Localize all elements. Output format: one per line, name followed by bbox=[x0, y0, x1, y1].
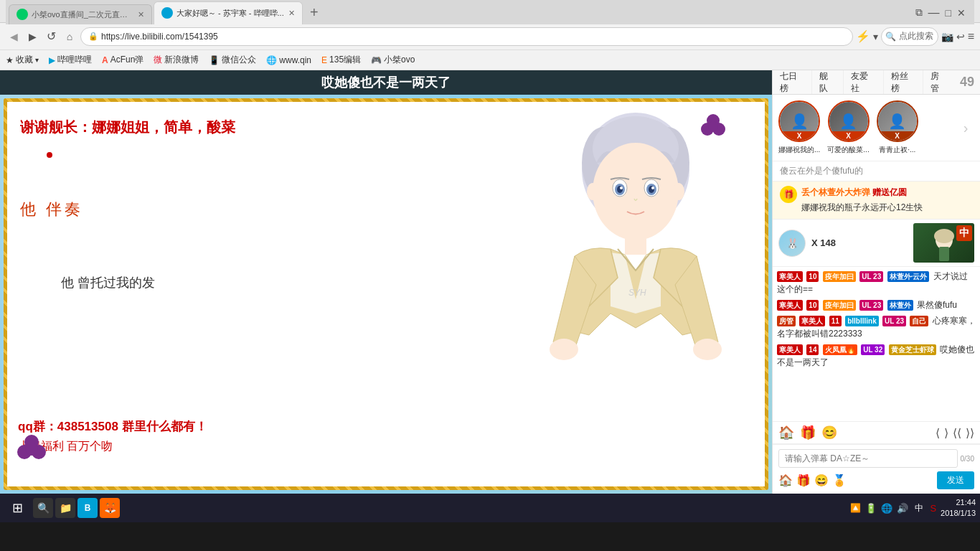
chat-input[interactable] bbox=[778, 449, 958, 468]
badge-hanmeiren-3: 寒美人 bbox=[799, 316, 825, 326]
tab-close-1[interactable]: ✕ bbox=[138, 10, 144, 19]
svg-point-22 bbox=[673, 183, 684, 200]
chat-bottom-bar: 🏠 🎁 😄 🏅 发送 bbox=[778, 471, 974, 489]
system-tray: 🔼 🔋 🌐 🔊 中 S 21:44 2018/1/13 bbox=[850, 497, 976, 519]
badge-nianjia-2: 疫年加曰 bbox=[823, 300, 856, 311]
tab-fleet[interactable]: 舰队 bbox=[812, 70, 844, 94]
badge-hanmeiren-4: 寒美人 bbox=[777, 344, 803, 355]
bookmark-wechat[interactable]: 📱微信公众 bbox=[209, 54, 256, 66]
emoji-btn-4[interactable]: 🏅 bbox=[832, 474, 847, 487]
action-skip[interactable]: ⟨⟨ bbox=[953, 426, 961, 440]
chat-message-2: 寒美人 10 疫年加曰 UL 23 林萱外 果然傻fufu bbox=[777, 298, 976, 311]
tab-active[interactable]: 大家好嗯～ - 苏宇寒 - 哔哩哔... ✕ bbox=[154, 1, 303, 24]
taskbar-app-bilibili[interactable]: B bbox=[77, 498, 98, 518]
tray-arrow[interactable]: 🔼 bbox=[850, 503, 861, 513]
taskbar-app-firefox[interactable]: 🦊 bbox=[100, 498, 120, 518]
badge-level-1: 10 bbox=[806, 271, 819, 282]
svg-point-28 bbox=[934, 229, 954, 243]
tab-close-2[interactable]: ✕ bbox=[288, 9, 295, 18]
streamer-card-2[interactable]: 👤 X 可爱的酸菜... bbox=[827, 100, 869, 155]
streamer-avatar-3: 👤 X bbox=[877, 100, 918, 142]
svg-point-12 bbox=[593, 143, 679, 240]
streamer-card-3[interactable]: 👤 X 青青止衩·... bbox=[877, 100, 918, 155]
home-button[interactable]: ⌂ bbox=[62, 29, 77, 44]
stream-background: 谢谢舰长：娜娜姐姐，简单，酸菜 他 伴奏 他 曾托过我的发 qq群：438513… bbox=[0, 95, 772, 494]
clock-time: 21:44 bbox=[941, 497, 976, 508]
captain-info: X 148 bbox=[811, 237, 836, 248]
video-thumbnail[interactable]: 中 bbox=[913, 223, 974, 263]
clock-date: 2018/1/13 bbox=[941, 508, 976, 519]
badge-nianjia-1: 疫年加曰 bbox=[823, 271, 856, 282]
tab-manager[interactable]: 房管 bbox=[923, 70, 954, 94]
tray-ime[interactable]: 中 bbox=[913, 502, 925, 514]
tab-inactive[interactable]: 小桀ovo直播间_二次元直播_能量... ✕ bbox=[9, 4, 152, 24]
badge-fire: 火凤凰🔥 bbox=[823, 344, 857, 355]
zhong-badge: 中 bbox=[956, 225, 972, 241]
bookmark-weibo[interactable]: 微新浪微博 bbox=[154, 54, 199, 66]
reaction-gift[interactable]: 🎁 bbox=[800, 425, 816, 441]
chat-input-bar: 0/30 bbox=[778, 449, 974, 468]
badge-level-4: 14 bbox=[806, 344, 819, 355]
refresh-button[interactable]: ↺ bbox=[43, 29, 59, 44]
reaction-smile[interactable]: 😊 bbox=[821, 425, 837, 441]
main-area: 哎她傻也不是一两天了 谢谢舰长：娜娜姐姐，简单，酸菜 他 伴奏 他 曾托过我的发… bbox=[0, 70, 980, 494]
streamer-name-2: 可爱的酸菜... bbox=[827, 145, 869, 155]
new-tab-btn[interactable]: + bbox=[304, 4, 324, 21]
address-lock-icon: 🔒 bbox=[88, 32, 98, 41]
bookmark-qin[interactable]: 🌐www.qin bbox=[266, 55, 311, 65]
emoji-btn-1[interactable]: 🏠 bbox=[778, 474, 793, 487]
bookmark-collections[interactable]: ★收藏▾ bbox=[6, 54, 39, 66]
bookmark-editor[interactable]: E135编辑 bbox=[321, 54, 361, 66]
tab-bar: 小桀ovo直播间_二次元直播_能量... ✕ 大家好嗯～ - 苏宇寒 - 哔哩哔… bbox=[6, 0, 974, 24]
streamer-name-3: 青青止衩·... bbox=[879, 145, 915, 155]
search-label: 点此搜索 bbox=[899, 30, 933, 42]
stream-title: 哎她傻也不是一两天了 bbox=[321, 74, 451, 91]
tab-7days[interactable]: 七日榜 bbox=[773, 70, 812, 94]
emoji-btn-2[interactable]: 🎁 bbox=[796, 474, 811, 487]
red-dot bbox=[47, 152, 52, 158]
tab-friends[interactable]: 友爱社 bbox=[844, 70, 883, 94]
search-button[interactable]: 🔍 点此搜索 bbox=[881, 27, 938, 46]
search-icon: 🔍 bbox=[885, 32, 896, 42]
action-arrow-left[interactable]: ⟨ bbox=[936, 426, 940, 440]
window-restore[interactable]: ⧉ bbox=[915, 6, 923, 19]
svg-point-24 bbox=[550, 339, 578, 360]
svg-point-7 bbox=[25, 443, 38, 456]
badge-linxuan-1: 林萱外·云外 bbox=[887, 271, 930, 282]
gift-sender: 丢个林萱外大炸弹 bbox=[801, 187, 870, 197]
captain-bar: 🐰 X 148 中 bbox=[773, 220, 980, 267]
song-lyric: 他 曾托过我的发 bbox=[61, 274, 155, 291]
badge-level-3: 11 bbox=[829, 316, 842, 326]
screenshot-icon[interactable]: 📷 bbox=[941, 31, 953, 42]
taskbar-app-folder[interactable]: 📁 bbox=[55, 498, 75, 518]
undo-icon[interactable]: ↩ bbox=[956, 31, 965, 42]
reaction-home[interactable]: 🏠 bbox=[778, 425, 794, 441]
bookmark-bilibili[interactable]: ▶哔哩哔哩 bbox=[49, 54, 92, 66]
action-fast-forward[interactable]: ⟩⟩ bbox=[966, 426, 974, 440]
tray-volume[interactable]: 🔊 bbox=[897, 503, 908, 514]
tab-fans[interactable]: 粉丝榜 bbox=[884, 70, 923, 94]
window-maximize[interactable]: □ bbox=[946, 7, 951, 19]
start-button[interactable]: ⊞ bbox=[4, 497, 30, 519]
bookmark-xiaowei[interactable]: 🎮小桀ovo bbox=[371, 54, 415, 66]
window-minimize[interactable]: — bbox=[928, 6, 940, 19]
tab-more[interactable]: 49 bbox=[954, 70, 980, 94]
address-bar[interactable]: 🔒 https://live.bilibili.com/1541395 bbox=[80, 27, 853, 46]
send-button[interactable]: 发送 bbox=[937, 471, 974, 489]
streamers-more[interactable]: › bbox=[957, 119, 974, 136]
tray-security[interactable]: S bbox=[930, 503, 936, 514]
svg-text:SYH: SYH bbox=[628, 288, 646, 298]
chat-action-icons: ⟨ ⟩ ⟨⟨ ⟩⟩ bbox=[936, 426, 974, 440]
badge-zhishi: 黄金芝士虾球 bbox=[889, 344, 936, 355]
action-arrow-right[interactable]: ⟩ bbox=[944, 426, 948, 440]
emoji-btn-3[interactable]: 😄 bbox=[814, 474, 829, 487]
forward-button[interactable]: ▶ bbox=[24, 29, 40, 44]
bookmark-acfun[interactable]: AAcFun弹 bbox=[102, 54, 143, 66]
chat-messages[interactable]: 寒美人 10 疫年加曰 UL 23 林萱外·云外 天才说过这个的== 寒美人 1… bbox=[773, 267, 980, 421]
window-close[interactable]: ✕ bbox=[957, 7, 966, 19]
back-button[interactable]: ◀ bbox=[6, 29, 22, 44]
nav-dropdown[interactable]: ▾ bbox=[873, 31, 878, 42]
streamer-card-1[interactable]: 👤 X 娜娜祝我的... bbox=[778, 100, 820, 155]
taskbar-app-search[interactable]: 🔍 bbox=[33, 498, 53, 518]
more-menu-icon[interactable]: ≡ bbox=[968, 30, 974, 43]
